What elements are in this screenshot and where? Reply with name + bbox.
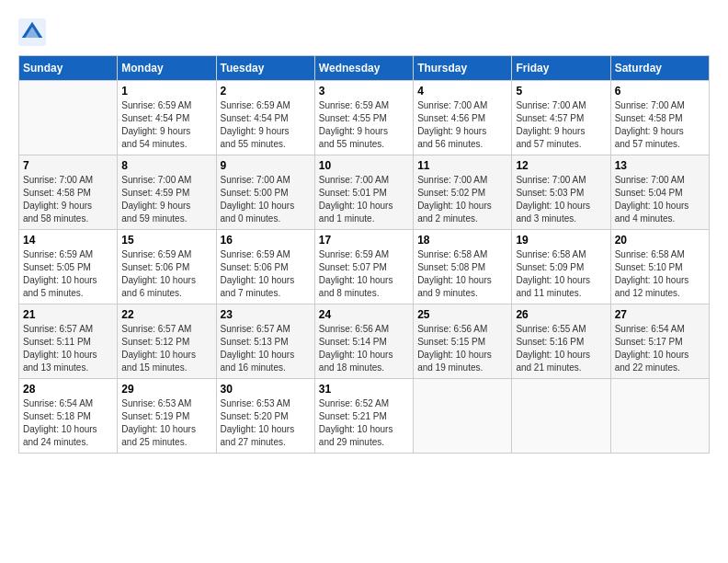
- calendar-day-cell: 19Sunrise: 6:58 AMSunset: 5:09 PMDayligh…: [512, 230, 610, 304]
- day-number: 31: [319, 383, 409, 396]
- weekday-header: Thursday: [414, 56, 512, 81]
- day-info: Sunrise: 7:00 AMSunset: 5:03 PMDaylight:…: [516, 174, 606, 225]
- day-info: Sunrise: 7:00 AMSunset: 4:58 PMDaylight:…: [615, 99, 705, 151]
- calendar-day-cell: [414, 379, 512, 454]
- day-info: Sunrise: 6:58 AMSunset: 5:08 PMDaylight:…: [417, 248, 507, 300]
- day-number: 4: [417, 85, 507, 98]
- day-number: 1: [121, 85, 211, 98]
- day-info: Sunrise: 6:57 AMSunset: 5:12 PMDaylight:…: [121, 323, 211, 374]
- day-number: 5: [516, 85, 606, 98]
- day-number: 26: [516, 308, 606, 321]
- day-info: Sunrise: 6:59 AMSunset: 4:54 PMDaylight:…: [121, 99, 211, 151]
- calendar-day-cell: [610, 379, 709, 454]
- day-info: Sunrise: 6:56 AMSunset: 5:14 PMDaylight:…: [319, 323, 409, 374]
- calendar-day-cell: 25Sunrise: 6:56 AMSunset: 5:15 PMDayligh…: [414, 304, 512, 379]
- day-number: 10: [319, 159, 409, 172]
- calendar-day-cell: 18Sunrise: 6:58 AMSunset: 5:08 PMDayligh…: [414, 230, 512, 304]
- day-info: Sunrise: 7:00 AMSunset: 5:00 PMDaylight:…: [221, 174, 311, 225]
- calendar-day-cell: 7Sunrise: 7:00 AMSunset: 4:58 PMDaylight…: [19, 155, 118, 230]
- day-number: 7: [23, 159, 113, 172]
- calendar-day-cell: 23Sunrise: 6:57 AMSunset: 5:13 PMDayligh…: [216, 304, 314, 379]
- weekday-header: Saturday: [610, 56, 709, 81]
- day-number: 18: [417, 234, 507, 247]
- day-number: 6: [615, 85, 705, 98]
- calendar-day-cell: 15Sunrise: 6:59 AMSunset: 5:06 PMDayligh…: [118, 230, 216, 304]
- calendar-day-cell: 30Sunrise: 6:53 AMSunset: 5:20 PMDayligh…: [216, 379, 314, 454]
- day-info: Sunrise: 6:58 AMSunset: 5:10 PMDaylight:…: [615, 248, 705, 300]
- calendar-header-row: SundayMondayTuesdayWednesdayThursdayFrid…: [19, 56, 710, 81]
- day-number: 29: [121, 383, 211, 396]
- calendar-day-cell: 10Sunrise: 7:00 AMSunset: 5:01 PMDayligh…: [314, 155, 413, 230]
- day-info: Sunrise: 6:57 AMSunset: 5:13 PMDaylight:…: [221, 323, 311, 374]
- day-info: Sunrise: 6:59 AMSunset: 5:06 PMDaylight:…: [221, 248, 311, 300]
- calendar-table: SundayMondayTuesdayWednesdayThursdayFrid…: [18, 55, 710, 454]
- day-number: 3: [319, 85, 409, 98]
- day-number: 27: [615, 308, 705, 321]
- day-number: 13: [615, 159, 705, 172]
- calendar-day-cell: 22Sunrise: 6:57 AMSunset: 5:12 PMDayligh…: [118, 304, 216, 379]
- day-info: Sunrise: 6:54 AMSunset: 5:18 PMDaylight:…: [23, 397, 113, 449]
- calendar-day-cell: 27Sunrise: 6:54 AMSunset: 5:17 PMDayligh…: [610, 304, 709, 379]
- calendar-day-cell: 29Sunrise: 6:53 AMSunset: 5:19 PMDayligh…: [118, 379, 216, 454]
- day-info: Sunrise: 6:59 AMSunset: 5:06 PMDaylight:…: [121, 248, 211, 300]
- calendar-day-cell: 12Sunrise: 7:00 AMSunset: 5:03 PMDayligh…: [512, 155, 610, 230]
- day-info: Sunrise: 6:56 AMSunset: 5:15 PMDaylight:…: [417, 323, 507, 374]
- calendar-day-cell: 6Sunrise: 7:00 AMSunset: 4:58 PMDaylight…: [610, 81, 709, 155]
- calendar-day-cell: 26Sunrise: 6:55 AMSunset: 5:16 PMDayligh…: [512, 304, 610, 379]
- day-number: 20: [615, 234, 705, 247]
- day-number: 2: [221, 85, 311, 98]
- calendar-day-cell: 13Sunrise: 7:00 AMSunset: 5:04 PMDayligh…: [610, 155, 709, 230]
- day-info: Sunrise: 6:52 AMSunset: 5:21 PMDaylight:…: [319, 397, 409, 449]
- calendar-day-cell: 16Sunrise: 6:59 AMSunset: 5:06 PMDayligh…: [216, 230, 314, 304]
- calendar-day-cell: 9Sunrise: 7:00 AMSunset: 5:00 PMDaylight…: [216, 155, 314, 230]
- day-number: 19: [516, 234, 606, 247]
- day-number: 15: [121, 234, 211, 247]
- day-number: 12: [516, 159, 606, 172]
- day-number: 17: [319, 234, 409, 247]
- day-info: Sunrise: 7:00 AMSunset: 4:59 PMDaylight:…: [121, 174, 211, 225]
- day-info: Sunrise: 6:55 AMSunset: 5:16 PMDaylight:…: [516, 323, 606, 374]
- calendar-day-cell: 21Sunrise: 6:57 AMSunset: 5:11 PMDayligh…: [19, 304, 118, 379]
- calendar-week-row: 1Sunrise: 6:59 AMSunset: 4:54 PMDaylight…: [19, 81, 710, 155]
- day-info: Sunrise: 6:54 AMSunset: 5:17 PMDaylight:…: [615, 323, 705, 374]
- day-number: 24: [319, 308, 409, 321]
- weekday-header: Friday: [512, 56, 610, 81]
- calendar-day-cell: 8Sunrise: 7:00 AMSunset: 4:59 PMDaylight…: [118, 155, 216, 230]
- calendar-day-cell: 5Sunrise: 7:00 AMSunset: 4:57 PMDaylight…: [512, 81, 610, 155]
- day-info: Sunrise: 7:00 AMSunset: 5:01 PMDaylight:…: [319, 174, 409, 225]
- day-info: Sunrise: 6:53 AMSunset: 5:20 PMDaylight:…: [221, 397, 311, 449]
- calendar-day-cell: 4Sunrise: 7:00 AMSunset: 4:56 PMDaylight…: [414, 81, 512, 155]
- calendar-day-cell: 2Sunrise: 6:59 AMSunset: 4:54 PMDaylight…: [216, 81, 314, 155]
- day-info: Sunrise: 7:00 AMSunset: 4:56 PMDaylight:…: [417, 99, 507, 151]
- weekday-header: Monday: [118, 56, 216, 81]
- weekday-header: Sunday: [19, 56, 118, 81]
- logo-icon: [18, 18, 46, 46]
- day-number: 22: [121, 308, 211, 321]
- day-info: Sunrise: 6:59 AMSunset: 5:07 PMDaylight:…: [319, 248, 409, 300]
- weekday-header: Tuesday: [216, 56, 314, 81]
- calendar-week-row: 7Sunrise: 7:00 AMSunset: 4:58 PMDaylight…: [19, 155, 710, 230]
- day-number: 21: [23, 308, 113, 321]
- day-number: 28: [23, 383, 113, 396]
- day-info: Sunrise: 7:00 AMSunset: 4:57 PMDaylight:…: [516, 99, 606, 151]
- page-header: [18, 18, 710, 46]
- logo: [18, 18, 50, 46]
- day-info: Sunrise: 7:00 AMSunset: 5:04 PMDaylight:…: [615, 174, 705, 225]
- weekday-header: Wednesday: [314, 56, 413, 81]
- calendar-week-row: 14Sunrise: 6:59 AMSunset: 5:05 PMDayligh…: [19, 230, 710, 304]
- day-info: Sunrise: 7:00 AMSunset: 5:02 PMDaylight:…: [417, 174, 507, 225]
- calendar-day-cell: 24Sunrise: 6:56 AMSunset: 5:14 PMDayligh…: [314, 304, 413, 379]
- calendar-day-cell: 14Sunrise: 6:59 AMSunset: 5:05 PMDayligh…: [19, 230, 118, 304]
- calendar-day-cell: 11Sunrise: 7:00 AMSunset: 5:02 PMDayligh…: [414, 155, 512, 230]
- day-info: Sunrise: 6:59 AMSunset: 4:55 PMDaylight:…: [319, 99, 409, 151]
- calendar-day-cell: [19, 81, 118, 155]
- calendar-day-cell: 28Sunrise: 6:54 AMSunset: 5:18 PMDayligh…: [19, 379, 118, 454]
- day-info: Sunrise: 6:57 AMSunset: 5:11 PMDaylight:…: [23, 323, 113, 374]
- day-number: 11: [417, 159, 507, 172]
- day-number: 25: [417, 308, 507, 321]
- calendar-day-cell: 31Sunrise: 6:52 AMSunset: 5:21 PMDayligh…: [314, 379, 413, 454]
- calendar-day-cell: 1Sunrise: 6:59 AMSunset: 4:54 PMDaylight…: [118, 81, 216, 155]
- day-number: 16: [221, 234, 311, 247]
- day-info: Sunrise: 7:00 AMSunset: 4:58 PMDaylight:…: [23, 174, 113, 225]
- calendar-day-cell: 3Sunrise: 6:59 AMSunset: 4:55 PMDaylight…: [314, 81, 413, 155]
